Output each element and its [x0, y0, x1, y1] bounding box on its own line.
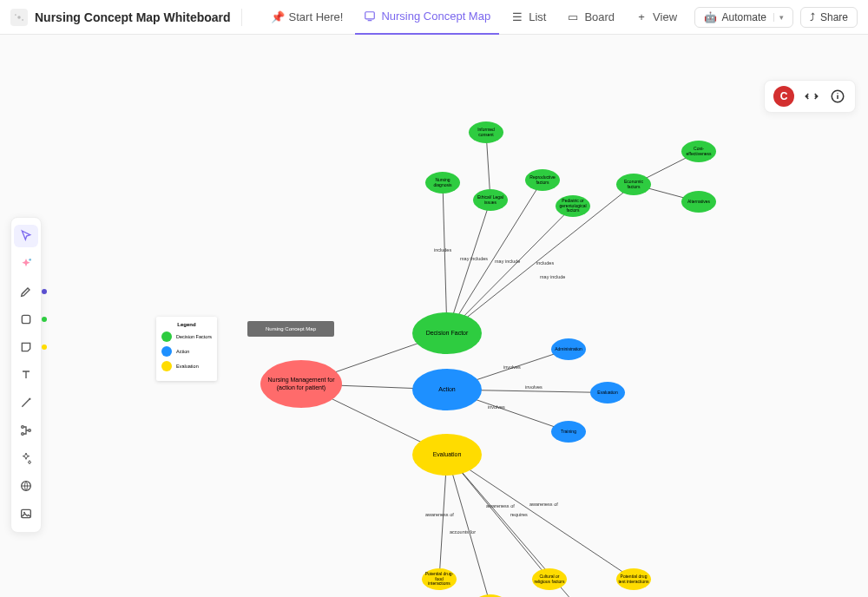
node-costeff[interactable]: Cost-effectiveness: [681, 141, 716, 162]
node-informed[interactable]: Informed consent: [469, 121, 503, 143]
diagram-title-box[interactable]: Nursing Concept Map: [247, 321, 334, 337]
tool-web[interactable]: [14, 475, 38, 497]
info-icon[interactable]: [829, 88, 846, 105]
tool-pen[interactable]: [14, 280, 38, 303]
share-button[interactable]: ⤴ Share: [800, 7, 858, 28]
fit-width-icon[interactable]: [803, 88, 820, 105]
svg-point-8: [22, 433, 24, 436]
pen-icon: [19, 285, 33, 298]
node-evalblue[interactable]: Evaluation: [590, 382, 625, 403]
topbar: Nursing Concept Map Whiteboard 📌 Start H…: [0, 0, 868, 35]
topbar-left: Nursing Concept Map Whiteboard: [10, 9, 231, 26]
tool-branch[interactable]: [14, 419, 38, 442]
svg-point-1: [15, 14, 16, 16]
node-pediatric[interactable]: Pediatric or gerentological factors: [556, 195, 590, 217]
color-dot: [42, 289, 47, 294]
svg-rect-3: [365, 11, 375, 18]
image-icon: [19, 507, 33, 521]
whiteboard-canvas[interactable]: C: [0, 35, 868, 597]
tab-board[interactable]: ▭ Board: [558, 0, 623, 35]
tool-shape[interactable]: [14, 308, 38, 331]
tool-text[interactable]: [14, 364, 38, 386]
legend-title: Legend: [161, 322, 212, 327]
tab-nursing-map[interactable]: Nursing Concept Map: [355, 0, 499, 35]
tab-label: View: [653, 10, 677, 23]
share-icon: ⤴: [810, 11, 815, 23]
tool-sticky[interactable]: [14, 336, 38, 358]
legend-item: Evaluation: [161, 361, 212, 371]
edge-label: involves: [488, 404, 505, 410]
svg-point-0: [17, 16, 21, 19]
automate-button[interactable]: 🤖 Automate ▾: [694, 7, 793, 28]
edge-label: involves: [503, 364, 521, 370]
node-nursingdx[interactable]: Nursing diagnosis: [425, 172, 460, 194]
node-training[interactable]: Training: [551, 421, 586, 443]
legend-dot-yellow: [161, 361, 172, 371]
chevron-down-icon[interactable]: ▾: [773, 13, 784, 22]
whiteboard-icon: [364, 10, 376, 23]
node-alternatives[interactable]: Alternatives: [681, 191, 716, 213]
node-drugfood[interactable]: Potential drug-food interactions: [422, 568, 457, 590]
tab-label: Nursing Concept Map: [381, 10, 490, 23]
legend-card[interactable]: Legend Decision Factors Action Evaluatio…: [156, 317, 217, 381]
robot-icon: 🤖: [704, 11, 717, 23]
edge-label: involves: [525, 384, 542, 390]
legend-item: Action: [161, 346, 212, 357]
edge-label: may includes: [460, 256, 488, 261]
drawing-toolbar: [10, 217, 42, 533]
node-action[interactable]: Action: [412, 369, 482, 410]
connector-icon: [19, 396, 33, 410]
node-ethical[interactable]: Ethical/ Legal issues: [473, 189, 508, 211]
svg-point-9: [29, 430, 31, 432]
tool-image[interactable]: [14, 502, 38, 525]
square-icon: [19, 312, 33, 326]
node-economic[interactable]: Economic factors: [616, 174, 651, 195]
edge-label: awareness of: [529, 502, 558, 507]
legend-dot-green: [161, 331, 172, 342]
tab-list[interactable]: ☰ List: [503, 0, 555, 35]
tool-magic[interactable]: [14, 447, 38, 469]
tab-start[interactable]: 📌 Start Here!: [263, 0, 352, 35]
tool-connector[interactable]: [14, 391, 38, 414]
node-admin[interactable]: Administration: [551, 338, 586, 360]
button-label: Share: [820, 11, 848, 23]
pin-icon: 📌: [272, 11, 284, 23]
svg-line-19: [447, 207, 573, 334]
svg-rect-6: [22, 315, 30, 323]
view-tabs: 📌 Start Here! Nursing Concept Map ☰ List…: [263, 0, 686, 35]
tool-ai[interactable]: [14, 253, 38, 275]
branch-icon: [19, 423, 33, 437]
page-title: Nursing Concept Map Whiteboard: [35, 10, 231, 24]
node-reproductive[interactable]: Reproductive factors: [525, 169, 560, 191]
node-cultural[interactable]: Cultural or religious factors: [532, 568, 567, 590]
svg-point-2: [22, 19, 23, 21]
edge-label: may include: [495, 259, 520, 264]
avatar[interactable]: C: [773, 86, 794, 107]
svg-line-16: [443, 183, 447, 334]
svg-point-7: [22, 426, 24, 429]
tab-label: List: [529, 10, 546, 23]
cursor-icon: [19, 229, 33, 243]
sparkle-icon: [13, 11, 25, 23]
button-label: Automate: [722, 11, 766, 23]
node-root[interactable]: Nursing Management for (action for patie…: [260, 360, 342, 408]
node-decision[interactable]: Decision Factor: [412, 312, 482, 354]
app-logo[interactable]: [10, 9, 28, 26]
globe-icon: [19, 479, 33, 493]
topbar-right: 🤖 Automate ▾ ⤴ Share: [694, 7, 858, 28]
edge-label: may include: [540, 274, 565, 279]
tab-add-view[interactable]: + View: [627, 0, 686, 35]
node-evaluation[interactable]: Evaluation: [412, 434, 482, 476]
board-icon: ▭: [567, 11, 579, 23]
legend-label: Action: [176, 349, 189, 354]
node-drugtest[interactable]: Potential drug test interactions: [616, 568, 651, 590]
sticky-icon: [19, 340, 33, 354]
svg-line-31: [447, 455, 634, 580]
legend-label: Decision Factors: [176, 334, 212, 339]
text-icon: [19, 368, 33, 382]
magic-icon: [19, 451, 33, 465]
edge-label: requires: [510, 512, 528, 517]
color-dot: [42, 317, 47, 322]
edge-label: accounts for: [450, 529, 476, 535]
tool-select[interactable]: [14, 225, 38, 247]
